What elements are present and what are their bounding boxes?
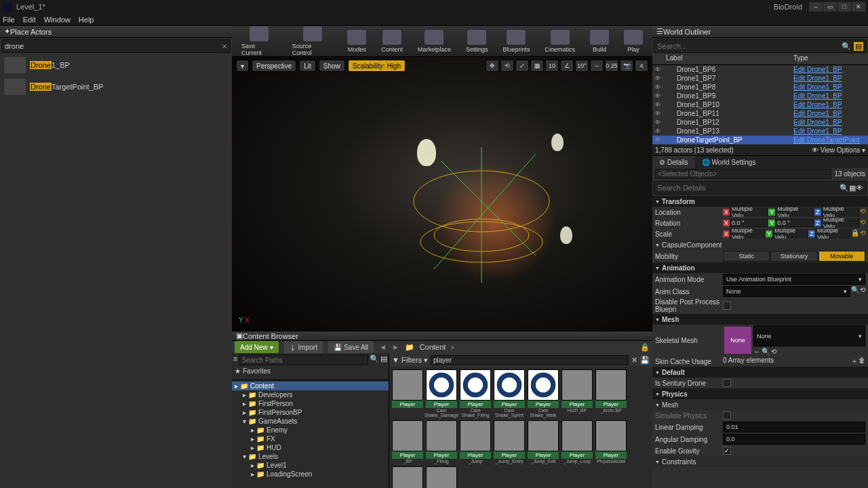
visibility-icon[interactable]: 👁	[652, 83, 663, 91]
asset-item[interactable]: Player_BP	[392, 420, 423, 464]
section-animation[interactable]: Animation	[652, 262, 868, 273]
visibility-icon[interactable]: 👁	[652, 75, 663, 82]
reset-icon[interactable]: ⟲	[860, 229, 865, 239]
asset-item[interactable]: Player_Jump_Entry	[494, 420, 525, 464]
mobility-movable[interactable]: Movable	[818, 251, 865, 262]
reset-icon[interactable]: ⟲	[771, 348, 776, 355]
linear-damping-field[interactable]: 0.01	[723, 422, 865, 432]
minimize-button[interactable]: –	[809, 2, 823, 12]
gravity-checkbox[interactable]	[723, 447, 731, 455]
tab-world-settings[interactable]: 🌐 World Settings	[695, 156, 763, 168]
vp-angle-snap[interactable]: 10°	[575, 60, 589, 72]
vp-camera-icon[interactable]: 📷	[620, 60, 633, 72]
add-new-button[interactable]: Add New ▾	[235, 341, 279, 353]
search-icon[interactable]: 🔍	[851, 286, 859, 297]
outliner-search[interactable]: 🔍 ▤	[654, 39, 867, 53]
place-actors-search[interactable]: ✕	[1, 39, 231, 53]
asset-item[interactable]: PlayerPhysicsAsset	[595, 420, 627, 464]
section-default[interactable]: Default	[652, 367, 868, 378]
asset-search-input[interactable]	[431, 355, 629, 365]
section-capsule[interactable]: CapsuleComponent	[652, 239, 868, 250]
eye-icon[interactable]: 👁	[856, 184, 863, 192]
toolbar-blueprints[interactable]: Blueprints	[497, 28, 535, 54]
settings-icon[interactable]: ▤	[380, 354, 387, 365]
outliner-row[interactable]: 👁Drone1_BP13Edit Drone1_BP	[652, 127, 868, 136]
vp-snap-icon[interactable]: ▦	[530, 60, 544, 72]
outliner-row[interactable]: 👁Drone1_BP9Edit Drone1_BP	[652, 92, 868, 100]
tree-item[interactable]: ▸ 📁 FirstPersonBP	[232, 408, 389, 417]
viewport-scalability[interactable]: Scalability: High	[348, 60, 406, 72]
viewport-perspective[interactable]: Perspective	[252, 60, 296, 72]
toolbar-modes[interactable]: Modes	[342, 28, 372, 54]
sources-toggle-icon[interactable]: ≡	[233, 354, 237, 365]
visibility-icon[interactable]: 👁	[652, 92, 663, 100]
reset-icon[interactable]: ⟲	[860, 286, 865, 297]
tree-item[interactable]: ▸ 📁 Developers	[232, 390, 389, 399]
section-physics[interactable]: Physics	[652, 388, 868, 399]
menu-edit[interactable]: Edit	[23, 16, 36, 24]
section-mesh2[interactable]: Mesh	[652, 399, 868, 410]
view-options-button[interactable]: 👁 View Options ▾	[812, 146, 865, 154]
vp-grid-snap[interactable]: 10	[545, 60, 559, 72]
tree-item[interactable]: ▸ 📁 LoadingScreen	[232, 470, 389, 479]
viewport[interactable]: ▾ Perspective Lit Show Scalability: High…	[232, 57, 652, 331]
tree-item[interactable]: ▸ 📁 FX	[232, 434, 389, 443]
selected-object-field[interactable]	[655, 169, 831, 179]
import-button[interactable]: ⭳ Import	[284, 341, 323, 353]
toolbar-source-control[interactable]: Source Control	[287, 25, 338, 58]
asset-item[interactable]: PlayerCam Shake_Sprint	[494, 369, 525, 418]
asset-item[interactable]: Player_Skeleton	[392, 466, 423, 488]
outliner-row[interactable]: 👁DroneTargetPoint_BPEdit DroneTargetPoin…	[652, 136, 868, 144]
maximize-button[interactable]: □	[837, 2, 851, 12]
vp-camera-speed[interactable]: 4	[635, 60, 648, 72]
visibility-icon[interactable]: 👁	[652, 127, 663, 135]
tree-item[interactable]: ▸ 📁 Enemy	[232, 426, 389, 434]
use-icon[interactable]: ←	[753, 348, 760, 355]
asset-item[interactable]: Player_Jump	[460, 420, 491, 464]
vp-scale-icon[interactable]: ⤢	[515, 60, 529, 72]
outliner-row[interactable]: 👁Drone1_BP6Edit Drone1_BP	[652, 65, 868, 74]
vp-angle-icon[interactable]: ∠	[560, 60, 574, 72]
tree-item[interactable]: ▸ 📁 Content	[232, 382, 389, 390]
toolbar-save-current[interactable]: Save Current	[236, 25, 283, 58]
mesh-dropdown[interactable]: None▾	[753, 325, 865, 346]
details-search-input[interactable]	[657, 184, 840, 192]
menu-help[interactable]: Help	[79, 16, 94, 24]
asset-item[interactable]: PlayerCam Shake_Firing	[460, 369, 491, 418]
tree-item[interactable]: ▸ 📁 FirstPerson	[232, 399, 389, 408]
asset-item[interactable]: Player_Jump_Exit	[528, 420, 559, 464]
breadcrumb[interactable]: Content	[420, 343, 446, 351]
simulate-checkbox[interactable]	[723, 411, 731, 420]
reset-icon[interactable]: ⟲	[860, 218, 865, 228]
asset-save-icon[interactable]: 💾	[640, 356, 650, 365]
clear-elements-icon[interactable]: 🗑	[859, 357, 865, 366]
place-actor-item[interactable]: DroneTargetPoint_BP	[0, 76, 232, 98]
lock-scale-icon[interactable]: 🔒	[851, 229, 859, 239]
visibility-icon[interactable]: 👁	[652, 136, 663, 144]
outliner-row[interactable]: 👁Drone1_BP10Edit Drone1_BP	[652, 100, 868, 109]
toolbar-play[interactable]: Play	[618, 28, 648, 54]
restore-button[interactable]: ▭	[823, 2, 837, 12]
outliner-row[interactable]: 👁Drone1_BP8Edit Drone1_BP	[652, 83, 868, 92]
vp-move-icon[interactable]: ✥	[486, 60, 499, 72]
search-icon[interactable]: 🔍	[840, 184, 849, 192]
toolbar-settings[interactable]: Settings	[460, 28, 494, 54]
search-icon[interactable]: 🔍	[842, 42, 851, 51]
favorites-item[interactable]: ★ Favorites	[232, 367, 389, 375]
clear-asset-search-icon[interactable]: ✕	[631, 356, 637, 365]
asset-item[interactable]: Player_Anim BP	[595, 369, 627, 418]
asset-item[interactable]: Player_Firing	[426, 420, 457, 464]
toolbar-marketplace[interactable]: Marketplace	[412, 28, 456, 54]
asset-item[interactable]: Player	[392, 369, 423, 418]
history-fwd-icon[interactable]: ►	[392, 343, 399, 351]
visibility-icon[interactable]: 👁	[652, 110, 663, 117]
section-transform[interactable]: Transform	[652, 196, 868, 207]
tree-item[interactable]: ▸ 📁 HUD	[232, 443, 389, 452]
asset-item[interactable]: Player_Walk	[426, 466, 457, 488]
asset-item[interactable]: PlayerCam Shake_Damage	[426, 369, 457, 418]
outliner-search-input[interactable]	[657, 42, 842, 50]
col-label[interactable]: Label	[663, 54, 793, 64]
mobility-static[interactable]: Static	[723, 251, 770, 262]
browse-icon[interactable]: 🔍	[762, 348, 770, 355]
mobility-stationary[interactable]: Stationary	[770, 251, 817, 262]
